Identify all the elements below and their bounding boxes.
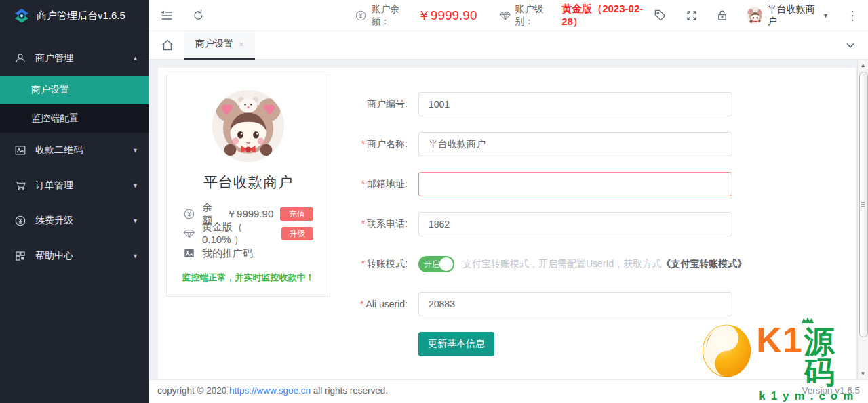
sidebar-item-label: 订单管理 <box>35 179 73 192</box>
sidebar: 商户管理后台v1.6.5 商户管理 ▲ 商户设置 监控端配置 收款二维码 ▼ <box>0 0 149 403</box>
sidebar-item-label: 帮助中心 <box>35 250 73 262</box>
chevron-down-icon: ▼ <box>132 147 138 154</box>
sidebar-subitem-label: 监控端配置 <box>31 112 79 125</box>
tabs-chevron-down-icon[interactable] <box>844 39 857 52</box>
sidebar-item-renew-upgrade[interactable]: 续费升级 ▼ <box>0 203 149 238</box>
scroll-up-arrow[interactable]: ▲ <box>858 60 868 70</box>
merchant-profile-card: 平台收款商户 余额 ￥9999.90 充值 黄金版（ 0.10% ） 升级 我的… <box>166 75 330 297</box>
level-row: 黄金版（ 0.10% ） 升级 <box>183 226 313 241</box>
chevron-down-icon: ▼ <box>132 217 138 224</box>
form-row-merchant-id: 商户编号: <box>339 92 747 116</box>
level-text: 黄金版（ 0.10% ） <box>202 221 275 247</box>
sidebar-item-merchant-settings[interactable]: 商户设置 <box>0 76 149 104</box>
copyright-text: copyright © 2020 https://www.sgoe.cn all… <box>157 385 388 396</box>
form-row-email: *邮箱地址: <box>339 172 747 196</box>
sidebar-item-label: 续费升级 <box>35 215 73 227</box>
merchant-id-field[interactable] <box>418 92 732 116</box>
required-mark: * <box>361 178 365 189</box>
sidebar-submenu: 商户设置 监控端配置 <box>0 76 149 133</box>
app-title: 商户管理后台v1.6.5 <box>37 9 125 22</box>
user-icon <box>14 51 27 65</box>
phone-field[interactable] <box>418 212 732 236</box>
sidebar-item-merchant-management[interactable]: 商户管理 ▲ <box>0 41 149 76</box>
merchant-name-field[interactable] <box>418 132 732 156</box>
collapse-sidebar-icon[interactable] <box>160 8 174 23</box>
field-label: 商户编号: <box>339 98 408 110</box>
version-text: Version v1.6.5 <box>802 385 860 396</box>
fullscreen-icon[interactable] <box>685 8 698 23</box>
qrcode-image-icon <box>14 144 27 157</box>
balance-amount: ￥9999.90 <box>226 208 273 221</box>
more-menu-icon[interactable]: ⋮ <box>846 9 859 22</box>
update-info-button[interactable]: 更新基本信息 <box>418 332 494 356</box>
top-header: 账户余额： ￥9999.90 账户级别： 黄金版（2023-02-28） <box>149 0 868 31</box>
required-mark: * <box>361 138 365 149</box>
chevron-up-icon: ▲ <box>132 55 138 62</box>
recharge-button[interactable]: 充值 <box>280 207 313 221</box>
image-icon <box>183 247 195 259</box>
ali-userid-field[interactable] <box>418 292 732 316</box>
avatar <box>747 7 762 24</box>
yen-coin-icon <box>355 9 367 22</box>
required-mark: * <box>361 258 365 269</box>
footer: copyright © 2020 https://www.sgoe.cn all… <box>149 379 868 403</box>
refresh-icon[interactable] <box>192 8 206 23</box>
cart-icon <box>14 179 27 192</box>
yen-circle-icon <box>14 214 27 228</box>
field-label: *联系电话: <box>339 218 408 230</box>
promo-label: 我的推广码 <box>202 247 253 260</box>
required-mark: * <box>360 299 363 310</box>
sidebar-item-help-center[interactable]: 帮助中心 ▼ <box>0 238 149 274</box>
user-name: 平台收款商户 <box>768 3 817 28</box>
toggle-knob <box>439 257 453 271</box>
close-icon[interactable]: × <box>239 39 244 49</box>
tab-label: 商户设置 <box>195 38 233 50</box>
chevron-down-icon: ▼ <box>132 253 138 259</box>
diamond-icon <box>183 228 195 240</box>
required-mark: * <box>361 218 365 229</box>
tab-merchant-settings[interactable]: 商户设置 × <box>184 31 255 60</box>
app-logo-icon <box>14 7 30 24</box>
field-label: *商户名称: <box>339 138 408 150</box>
transfer-mode-doc-link[interactable]: 《支付宝转账模式》 <box>661 258 747 269</box>
form-row-submit: 更新基本信息 <box>339 332 747 356</box>
user-menu[interactable]: 平台收款商户 ▼ <box>747 3 829 28</box>
home-icon[interactable] <box>160 38 175 53</box>
sidebar-subitem-label: 商户设置 <box>31 84 69 96</box>
merchant-name: 平台收款商户 <box>167 173 330 192</box>
field-label: *邮箱地址: <box>339 178 408 190</box>
balance-label: 账户余额： <box>371 3 414 28</box>
sidebar-item-monitor-config[interactable]: 监控端配置 <box>0 104 149 133</box>
form-row-phone: *联系电话: <box>339 212 747 236</box>
email-field[interactable] <box>418 172 732 196</box>
scrollbar-thumb[interactable] <box>859 72 868 337</box>
balance-value: ￥9999.90 <box>418 7 477 24</box>
sidebar-item-orders[interactable]: 订单管理 ▼ <box>0 168 149 203</box>
sidebar-item-label: 商户管理 <box>35 52 73 64</box>
chevron-down-icon: ▼ <box>132 182 138 189</box>
promo-row[interactable]: 我的推广码 <box>183 246 313 261</box>
transfer-mode-hint: 支付宝转账模式，开启需配置UserId，获取方式《支付宝转账模式》 <box>462 258 747 270</box>
site-link[interactable]: https://www.sgoe.cn <box>229 385 311 396</box>
level-label: 账户级别： <box>515 3 558 28</box>
tag-icon[interactable] <box>654 8 667 23</box>
toggle-on-label: 开启 <box>424 259 440 270</box>
vertical-scrollbar[interactable]: ▲ ▼ <box>857 60 868 379</box>
yen-coin-icon <box>183 208 195 220</box>
field-label: *Ali userid: <box>339 299 408 310</box>
field-label: *转账模式: <box>339 258 408 270</box>
upgrade-button[interactable]: 升级 <box>281 227 313 240</box>
scroll-down-arrow[interactable]: ▼ <box>858 368 868 379</box>
sidebar-menu: 商户管理 ▲ 商户设置 监控端配置 收款二维码 ▼ 订单管理 ▼ <box>0 41 149 274</box>
account-summary: 账户余额： ￥9999.90 账户级别： 黄金版（2023-02-28） <box>355 3 654 28</box>
sidebar-item-qrcode[interactable]: 收款二维码 ▼ <box>0 133 149 168</box>
chevron-down-icon: ▼ <box>823 12 829 19</box>
lock-icon[interactable] <box>715 8 729 23</box>
merchant-settings-form: 商户编号: *商户名称: *邮箱地址: *联系电话: *转账模式: 开启 支付宝… <box>339 92 747 372</box>
transfer-mode-toggle[interactable]: 开启 <box>418 256 454 272</box>
form-row-merchant-name: *商户名称: <box>339 132 747 156</box>
form-row-ali-userid: *Ali userid: <box>339 292 747 316</box>
sidebar-item-label: 收款二维码 <box>35 144 83 156</box>
app-logo-bar: 商户管理后台v1.6.5 <box>0 0 149 31</box>
diamond-icon <box>499 9 511 22</box>
